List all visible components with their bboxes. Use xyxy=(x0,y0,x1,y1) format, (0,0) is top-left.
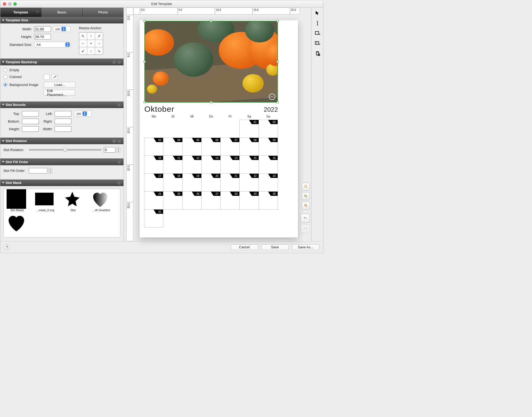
width-input[interactable] xyxy=(34,26,51,32)
pane-template-size: Width: cm Height: Standard Size: xyxy=(0,23,124,59)
radio-empty[interactable] xyxy=(3,68,7,72)
mask-star[interactable]: Star xyxy=(62,191,84,212)
section-template-size-header[interactable]: Template Size xyxy=(0,17,124,23)
fillorder-stepper[interactable]: ▲▼ xyxy=(48,168,52,174)
info-icon[interactable]: i xyxy=(117,160,121,164)
calendar-cell xyxy=(182,209,202,227)
bottom-input[interactable] xyxy=(22,119,39,124)
bounds-unit-select[interactable]: cm xyxy=(74,111,92,117)
rotation-stepper[interactable]: ▲▼ xyxy=(116,147,120,153)
reset-icon[interactable]: ↺ xyxy=(112,60,116,64)
fillorder-input[interactable] xyxy=(29,168,47,173)
redo-button[interactable] xyxy=(301,224,310,233)
rotation-input[interactable] xyxy=(104,147,115,153)
undo-button[interactable] xyxy=(301,214,310,223)
undo-icon xyxy=(35,11,39,14)
undo-redo-group xyxy=(301,214,310,233)
calendar-cell: 08 xyxy=(239,138,259,156)
calendar-cell xyxy=(220,209,240,227)
edit-placement-button[interactable]: Edit Placement... xyxy=(44,90,75,96)
add-text-tool[interactable]: T xyxy=(313,39,322,48)
section-mask-header[interactable]: Slot Mask i xyxy=(0,180,124,186)
canvas-area[interactable]: 0.0 5.0 10.0 15.0 20.0 25.0 0.0 5.0 10.0… xyxy=(124,8,311,241)
info-icon[interactable]: i xyxy=(117,139,121,143)
pane-rotation: Slot Rotation: ▲▼ xyxy=(0,144,124,158)
mask-gradient[interactable]: …ith Gradient xyxy=(90,191,112,212)
info-icon[interactable]: i xyxy=(117,103,121,107)
tab-basic[interactable]: Basic xyxy=(41,8,82,17)
eyedropper-icon xyxy=(53,75,56,79)
color-swatch[interactable] xyxy=(44,74,50,80)
calendar-cell: 07 xyxy=(220,138,240,156)
day-of-week-row: MoDiMiDoFrSaSo xyxy=(144,115,278,118)
mask-mask0[interactable]: …mask_0.svg xyxy=(34,191,56,212)
saveas-button[interactable]: Save As... xyxy=(292,244,319,250)
bheight-input[interactable] xyxy=(22,126,39,132)
resize-anchor-grid[interactable]: ↖↑↗ ←•→ ↙↓↘ xyxy=(79,32,103,55)
pane-fillorder: Slot Fill Order: ▲▼ xyxy=(0,165,124,180)
calendar-cell: 06 xyxy=(201,138,221,156)
height-input[interactable] xyxy=(34,34,51,40)
calendar-cell: 25 xyxy=(163,191,182,210)
calendar-cell: 05 xyxy=(182,138,202,156)
save-button[interactable]: Save xyxy=(261,244,289,250)
bwidth-input[interactable] xyxy=(55,126,72,132)
eyedropper-button[interactable] xyxy=(52,74,58,80)
right-toolbar: T xyxy=(311,8,323,241)
calendar-cell: 20 xyxy=(201,173,221,192)
pane-mask: (No Mask) …mask_0.svg Star …ith Gra xyxy=(0,186,124,241)
left-input[interactable] xyxy=(55,111,72,117)
section-bounds-header[interactable]: Slot Bounds i xyxy=(0,101,124,108)
tab-photo[interactable]: Photo xyxy=(82,8,124,17)
calendar-cell: 30 xyxy=(259,191,278,210)
calendar-cell: 09 xyxy=(259,138,278,156)
unit-select[interactable]: cm xyxy=(53,26,70,32)
disclosure-icon xyxy=(2,161,4,163)
calendar-cell xyxy=(163,120,182,138)
titlebar: Edit Template xyxy=(0,0,323,8)
help-button[interactable]: ? xyxy=(4,244,10,250)
delete-tool[interactable] xyxy=(313,49,322,58)
tab-template[interactable]: Template xyxy=(0,8,41,17)
info-icon[interactable]: i xyxy=(117,60,121,64)
text-cursor-tool[interactable] xyxy=(313,19,322,28)
mask-nomask[interactable]: (No Mask) xyxy=(6,191,28,212)
pane-bounds: Top: Left: cm Bottom: Right: Height: xyxy=(0,108,124,138)
section-fillorder-header[interactable]: Slot Fill Order i xyxy=(0,158,124,165)
add-rect-tool[interactable] xyxy=(313,29,322,38)
zoom-out-button[interactable] xyxy=(302,202,310,210)
zoom-in-button[interactable] xyxy=(302,192,310,200)
rotation-slider[interactable] xyxy=(29,147,102,152)
calendar-cell: 15 xyxy=(239,156,259,174)
anchor-label: Resize Anchor: xyxy=(79,26,103,30)
right-input[interactable] xyxy=(55,119,72,124)
top-input[interactable] xyxy=(22,111,39,117)
stdsize-select[interactable]: A4 xyxy=(34,42,71,47)
calendar-cell xyxy=(163,209,182,227)
pointer-tool[interactable] xyxy=(313,9,322,18)
sidebar-tabs: Template Basic Photo xyxy=(0,8,124,17)
load-button[interactable]: Load... xyxy=(44,82,75,88)
mask-list[interactable]: (No Mask) …mask_0.svg Star …ith Gra xyxy=(3,189,120,237)
height-label: Height: xyxy=(3,35,34,39)
photo-slot[interactable]: #1 xyxy=(144,21,278,103)
calendar-cell: 26 xyxy=(182,191,202,210)
calendar-cell xyxy=(239,209,259,227)
section-rotation-header[interactable]: Slot Rotation ↺ i xyxy=(0,138,124,144)
radio-colored[interactable] xyxy=(3,75,7,79)
radio-bgimage[interactable] xyxy=(3,83,7,87)
disclosure-icon xyxy=(2,182,4,183)
calendar-cell: 28 xyxy=(220,191,240,210)
info-icon[interactable]: i xyxy=(117,181,121,185)
calendar-cell xyxy=(201,209,221,227)
section-backdrop-header[interactable]: Template Backdrop ↺ i xyxy=(0,59,124,65)
cancel-button[interactable]: Cancel xyxy=(231,244,258,250)
mask-heart[interactable] xyxy=(6,215,28,232)
zoom-fit-button[interactable] xyxy=(302,183,310,191)
stdsize-label: Standard Size: xyxy=(3,43,34,47)
reset-icon[interactable]: ↺ xyxy=(112,139,116,143)
disclosure-icon xyxy=(2,20,4,21)
photo-content xyxy=(145,21,277,102)
month-header: Oktober 2022 xyxy=(144,105,278,114)
calendar-cell: 16 xyxy=(259,156,278,174)
